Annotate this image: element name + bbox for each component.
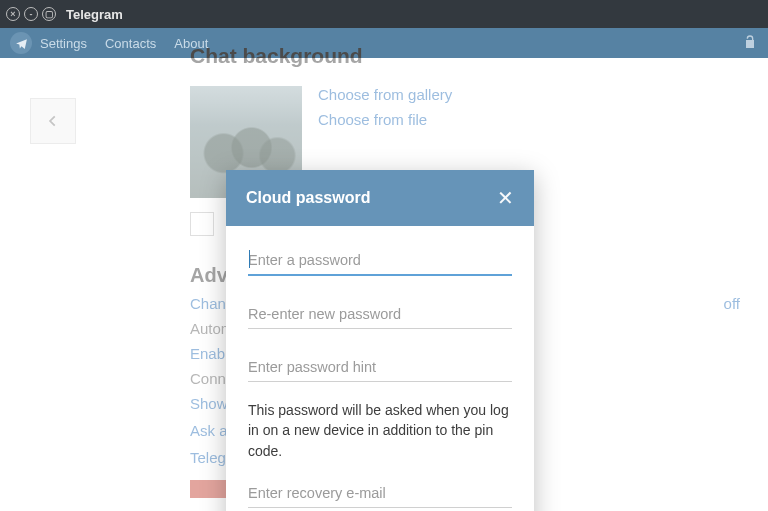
recovery-email-input[interactable] <box>248 479 512 508</box>
close-icon[interactable]: ✕ <box>497 186 514 210</box>
window-maximize-icon[interactable]: ▢ <box>42 7 56 21</box>
telegram-logo-icon <box>10 32 32 54</box>
window-minimize-icon[interactable]: ‐ <box>24 7 38 21</box>
text-caret <box>249 250 250 268</box>
menu-settings[interactable]: Settings <box>40 36 87 51</box>
menu-contacts[interactable]: Contacts <box>105 36 156 51</box>
window-close-icon[interactable]: × <box>6 7 20 21</box>
window-title: Telegram <box>66 7 123 22</box>
password-hint-input[interactable] <box>248 353 512 382</box>
dialog-note: This password will be asked when you log… <box>248 400 512 461</box>
password-field-wrapper <box>248 246 512 276</box>
dialog-title: Cloud password <box>246 189 370 207</box>
password-input[interactable] <box>248 246 512 276</box>
window-titlebar: × ‐ ▢ Telegram <box>0 0 768 28</box>
lock-icon[interactable] <box>742 34 758 53</box>
password-confirm-input[interactable] <box>248 300 512 329</box>
cloud-password-dialog: Cloud password ✕ This password will be a… <box>226 170 534 511</box>
